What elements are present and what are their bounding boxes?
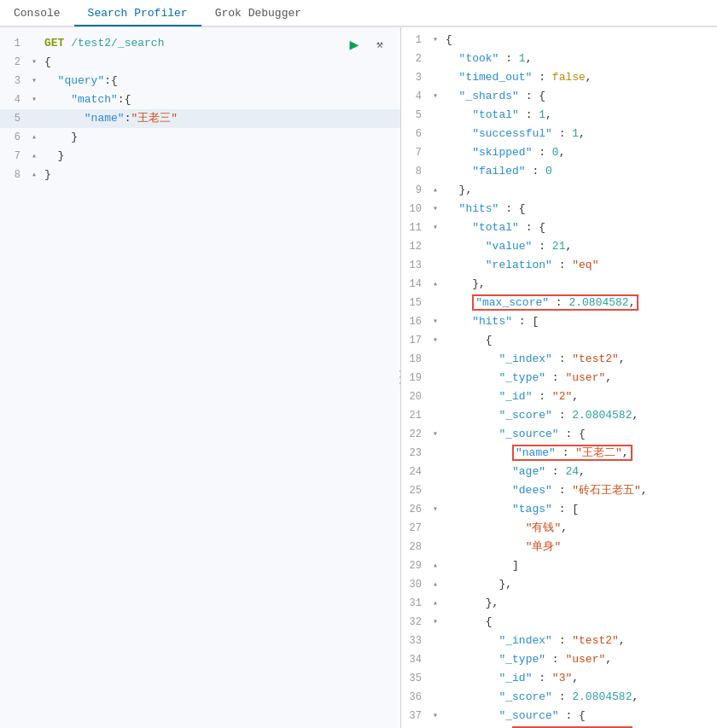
code-line-highlighted: 5 "name":"王老三" — [0, 109, 400, 128]
code-line: 10 ▾ "hits" : { — [401, 200, 717, 218]
code-line: 9 ▴ }, — [401, 181, 717, 200]
right-panel: 1 ▾ { 2 "took" : 1, 3 "timed_out" : fals… — [401, 27, 717, 728]
code-line: 11 ▾ "total" : { — [401, 218, 717, 237]
code-line: 2 "took" : 1, — [401, 50, 717, 68]
code-line: 4 ▾ "match":{ — [0, 90, 400, 109]
code-line-max-score: 15 "max_score" : 2.0804582, — [401, 294, 717, 312]
code-line: 7 ▴ } — [0, 147, 400, 166]
code-line: 29 ▴ ] — [401, 556, 717, 575]
code-line: 33 "_index" : "test2", — [401, 632, 717, 650]
code-line: 20 "_id" : "2", — [401, 387, 717, 406]
tab-bar: Console Search Profiler Grok Debugger — [0, 0, 717, 27]
code-line: 3 ▾ "query":{ — [0, 72, 400, 90]
code-line: 7 "skipped" : 0, — [401, 143, 717, 162]
tab-search-profiler[interactable]: Search Profiler — [74, 2, 201, 26]
code-line: 31 ▴ }, — [401, 594, 717, 613]
code-line: 1 ▾ { — [401, 31, 717, 50]
main-content: ▶ ⚒ 1 GET /test2/_search 2 ▾ { 3 — [0, 27, 717, 728]
code-line: 26 ▾ "tags" : [ — [401, 500, 717, 519]
code-line: 30 ▴ }, — [401, 575, 717, 594]
left-code-area[interactable]: 1 GET /test2/_search 2 ▾ { 3 ▾ "query":{ — [0, 31, 400, 188]
settings-button[interactable]: ⚒ — [370, 34, 390, 55]
code-line: 37 ▾ "_source" : { — [401, 707, 717, 725]
code-line: 16 ▾ "hits" : [ — [401, 312, 717, 331]
code-line: 6 "successful" : 1, — [401, 125, 717, 143]
code-line: 4 ▾ "_shards" : { — [401, 87, 717, 106]
code-line: 32 ▾ { — [401, 613, 717, 632]
code-line: 18 "_index" : "test2", — [401, 350, 717, 369]
code-line: 5 "total" : 1, — [401, 106, 717, 125]
tab-grok-debugger[interactable]: Grok Debugger — [201, 2, 315, 26]
code-line: 8 ▴ } — [0, 166, 400, 184]
code-line: 21 "_score" : 2.0804582, — [401, 406, 717, 425]
tab-console[interactable]: Console — [0, 2, 74, 26]
code-line: 19 "_type" : "user", — [401, 369, 717, 387]
code-line: 27 "有钱", — [401, 519, 717, 538]
panel-separator: ⋮ — [392, 370, 401, 387]
code-line: 35 "_id" : "3", — [401, 669, 717, 688]
code-line: 36 "_score" : 2.0804582, — [401, 688, 717, 707]
code-line: 17 ▾ { — [401, 331, 717, 350]
code-line: 3 "timed_out" : false, — [401, 68, 717, 87]
left-panel: ▶ ⚒ 1 GET /test2/_search 2 ▾ { 3 — [0, 27, 401, 728]
code-line: 8 "failed" : 0 — [401, 162, 717, 181]
code-line: 28 "单身" — [401, 538, 717, 556]
code-line: 6 ▴ } — [0, 128, 400, 147]
code-line: 1 GET /test2/_search — [0, 34, 400, 53]
code-line: 24 "age" : 24, — [401, 463, 717, 481]
code-line-name-1: 23 "name" : "王老二", — [401, 444, 717, 463]
code-line: 13 "relation" : "eq" — [401, 256, 717, 275]
code-line: 2 ▾ { — [0, 53, 400, 72]
code-line: 34 "_type" : "user", — [401, 650, 717, 669]
editor-toolbar: ▶ ⚒ — [344, 34, 390, 55]
code-line: 22 ▾ "_source" : { — [401, 425, 717, 444]
run-button[interactable]: ▶ — [344, 34, 364, 55]
right-code-area: 1 ▾ { 2 "took" : 1, 3 "timed_out" : fals… — [401, 27, 717, 728]
code-line: 12 "value" : 21, — [401, 237, 717, 256]
editor[interactable]: ▶ ⚒ 1 GET /test2/_search 2 ▾ { 3 — [0, 27, 400, 191]
code-line: 14 ▴ }, — [401, 275, 717, 294]
code-line: 25 "dees" : "砖石王老五", — [401, 481, 717, 500]
